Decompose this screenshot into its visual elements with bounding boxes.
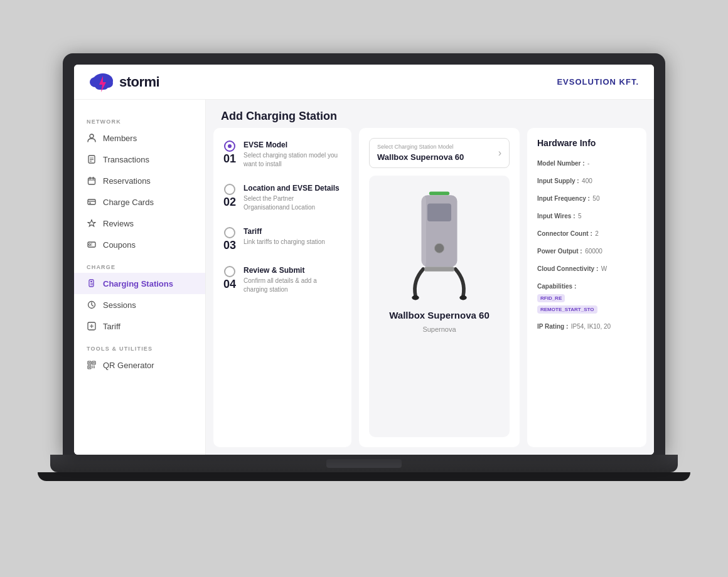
sidebar-item-reservations[interactable]: Reservations	[74, 170, 205, 191]
logo-area: stormi	[89, 71, 159, 93]
sidebar-item-transactions[interactable]: Transactions	[74, 149, 205, 170]
sidebar: NETWORK Members	[74, 100, 206, 455]
model-select-content: Select Charging Station Model Wallbox Su…	[377, 144, 464, 162]
section-label-charge: CHARGE	[74, 259, 205, 273]
station-image-card: Wallbox Supernova 60 Supernova	[369, 176, 510, 437]
step-04-circle	[224, 266, 235, 277]
svg-point-5	[90, 134, 94, 138]
svg-rect-41	[427, 204, 451, 222]
hw-label-power: Power Output :	[537, 248, 582, 255]
svg-point-43	[412, 295, 419, 300]
step-01-desc: Select charging station model you want t…	[244, 151, 341, 169]
section-label-network: NETWORK	[74, 114, 205, 127]
page-title-bar: Add Charging Station	[206, 100, 654, 128]
reservations-label: Reservations	[103, 176, 151, 186]
hw-value-cloud: W	[601, 265, 607, 272]
step-item-03: 03 Tariff Link tariffs to charging stati…	[223, 227, 341, 251]
sidebar-item-qr-generator[interactable]: QR Generator	[74, 354, 205, 376]
hw-row-power: Power Output : 60000	[537, 245, 636, 256]
model-select-bar[interactable]: Select Charging Station Model Wallbox Su…	[369, 138, 510, 168]
step-03-circle	[224, 227, 235, 238]
section-label-tools: TOOLS & UTILITIES	[74, 341, 205, 354]
step-02-text: Location and EVSE Details Select the Par…	[244, 184, 341, 212]
sidebar-item-tariff[interactable]: Tariff	[74, 315, 205, 337]
svg-rect-38	[94, 368, 95, 369]
svg-rect-14	[88, 199, 95, 204]
sidebar-item-charging-stations[interactable]: Charging Stations	[74, 273, 205, 294]
hw-value-input-freq: 50	[592, 195, 599, 202]
model-select-value: Wallbox Supernova 60	[377, 152, 464, 162]
sidebar-item-sessions[interactable]: Sessions	[74, 294, 205, 315]
step-04-col: 04	[223, 266, 236, 290]
step-03-text: Tariff Link tariffs to charging station	[244, 227, 341, 246]
hw-value-model: -	[587, 160, 589, 167]
hw-label-connector: Connector Count :	[537, 230, 592, 237]
step-01-num: 01	[223, 153, 236, 164]
screen-bezel: stormi EVSOLUTION KFT. NETWORK	[63, 53, 665, 455]
step-01-col: 01	[223, 140, 236, 164]
hw-label-ip-rating: IP Rating :	[537, 323, 568, 330]
screen: stormi EVSOLUTION KFT. NETWORK	[74, 65, 654, 455]
hw-value-power: 60000	[585, 248, 602, 255]
sessions-icon	[87, 300, 97, 310]
steps-panel: 01 EVSE Model Select charging station mo…	[213, 128, 351, 447]
page-content: Add Charging Station	[206, 100, 654, 455]
svg-rect-35	[92, 366, 94, 367]
laptop-container: stormi EVSOLUTION KFT. NETWORK	[44, 53, 684, 524]
logo-icon	[89, 71, 114, 93]
sidebar-item-charge-cards[interactable]: Charge Cards	[74, 191, 205, 213]
creditcard-icon	[87, 197, 97, 207]
wizard-area: 01 EVSE Model Select charging station mo…	[206, 128, 654, 455]
hw-label-model: Model Number :	[537, 160, 585, 167]
page-title: Add Charging Station	[221, 110, 639, 123]
laptop-chin	[38, 472, 690, 481]
step-01-circle	[224, 140, 235, 152]
svg-rect-22	[90, 281, 92, 282]
sidebar-item-members[interactable]: Members	[74, 127, 205, 149]
step-02-col: 02	[223, 184, 236, 208]
step-02-title: Location and EVSE Details	[244, 184, 341, 193]
hw-value-connector: 2	[595, 230, 599, 237]
qr-generator-label: QR Generator	[103, 361, 154, 370]
laptop-base	[50, 455, 678, 472]
hw-row-input-wires: Input Wires : 5	[537, 209, 636, 221]
svg-rect-45	[424, 267, 454, 272]
svg-rect-34	[89, 367, 90, 368]
qr-icon	[87, 360, 97, 370]
step-02-circle	[224, 184, 235, 195]
sessions-label: Sessions	[103, 300, 136, 310]
transactions-label: Transactions	[103, 155, 149, 164]
sidebar-item-coupons[interactable]: Coupons	[74, 234, 205, 255]
station-name: Wallbox Supernova 60	[389, 310, 490, 320]
svg-rect-37	[92, 368, 94, 369]
logo-text: stormi	[119, 74, 159, 90]
hw-label-capabilities: Capabilities :	[537, 283, 576, 290]
hw-label-input-wires: Input Wires :	[537, 213, 575, 220]
hw-value-ip-rating: IP54, IK10, 20	[571, 323, 611, 330]
app-layout: stormi EVSOLUTION KFT. NETWORK	[74, 65, 654, 455]
receipt-icon	[87, 154, 97, 164]
model-select-label: Select Charging Station Model	[377, 144, 464, 150]
main-content: NETWORK Members	[74, 100, 654, 455]
hw-label-input-supply: Input Supply :	[537, 177, 579, 184]
hw-row-connector: Connector Count : 2	[537, 227, 636, 238]
charge-cards-label: Charge Cards	[103, 198, 154, 207]
top-header: stormi EVSOLUTION KFT.	[74, 65, 654, 100]
hw-badge-remote: REMOTE_START_STO	[537, 305, 597, 314]
hw-value-input-wires: 5	[578, 213, 582, 220]
charging-stations-label: Charging Stations	[103, 279, 173, 288]
svg-point-42	[434, 243, 444, 253]
sidebar-item-reviews[interactable]: Reviews	[74, 213, 205, 234]
hw-value-input-supply: 400	[582, 177, 592, 184]
members-label: Members	[103, 134, 137, 143]
step-04-desc: Confirm all details & add a charging sta…	[244, 277, 341, 294]
hw-row-capabilities: Capabilities : RFID_RE REMOTE_START_STO	[537, 280, 636, 314]
hw-row-model: Model Number : -	[537, 157, 636, 168]
coupons-label: Coupons	[103, 240, 136, 250]
hw-row-ip-rating: IP Rating : IP54, IK10, 20	[537, 320, 636, 331]
star-icon	[87, 218, 97, 228]
hw-label-input-freq: Input Frequency :	[537, 195, 590, 202]
coupon-icon	[87, 240, 97, 250]
station-brand: Supernova	[422, 326, 456, 333]
trackpad	[326, 459, 402, 468]
